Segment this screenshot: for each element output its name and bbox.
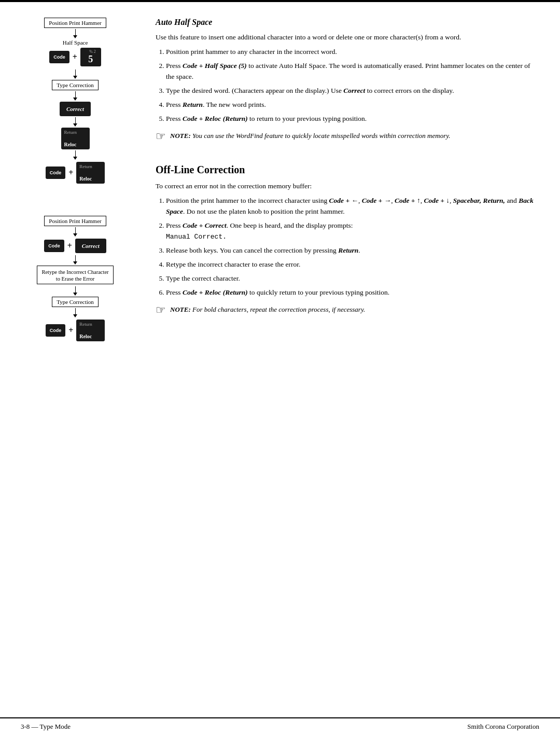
note-icon-1: ☞ (156, 130, 166, 143)
code-plus-correct-row: Code + Correct (44, 239, 106, 253)
return-reloc-key-2: Return Reloc (76, 162, 105, 184)
code-key-1: Code (49, 51, 69, 63)
plus-2: + (68, 168, 73, 177)
return-label-1: Return (64, 130, 77, 135)
reloc-label-2: Reloc (79, 176, 92, 182)
step-ahs-1: Position print hammer to any character i… (166, 47, 539, 58)
correct-key-1: Correct (60, 102, 91, 116)
footer-page-label: 3-8 — Type Mode (21, 723, 71, 731)
code-plus-5-row: Code + % 2 5 (49, 48, 101, 66)
step-olc-4: Retype the incorrect character to erase … (166, 259, 539, 270)
code-plus-reloc-row-1: Code + Return Reloc (46, 162, 105, 184)
return-reloc-key-1: Return Reloc (61, 128, 90, 149)
plus-b2: + (68, 326, 73, 335)
step-olc-3: Release both keys. You can cancel the co… (166, 245, 539, 256)
position-print-hammer-box-1: Position Print Hammer (44, 18, 106, 28)
arrow-b1 (73, 227, 77, 237)
correct-key-b1: Correct (75, 239, 106, 253)
return-label-b2: Return (79, 322, 92, 327)
auto-half-space-title: Auto Half Space (156, 18, 539, 27)
arrow-4 (73, 117, 77, 127)
arrow-3 (73, 91, 77, 101)
auto-half-space-diagram: Position Print Hammer Half Space Code (21, 18, 130, 185)
note-text-2: NOTE: For bold characters, repeat the co… (170, 304, 365, 315)
type-correction-box-1: Type Correction (52, 80, 99, 90)
arrow-5 (73, 150, 77, 160)
left-column: Position Print Hammer Half Space Code (21, 18, 140, 707)
plus-b1: + (67, 241, 72, 251)
off-line-correction-diagram: Position Print Hammer Code + Correct (21, 216, 130, 342)
retype-label-1: Retype the Incorrect Character (41, 269, 108, 275)
step-olc-1: Position the print hammer to the incorre… (166, 196, 539, 217)
off-line-correction-title: Off-Line Correction (156, 164, 539, 176)
arrow-b3 (73, 286, 77, 296)
off-line-correction-note: ☞ NOTE: For bold characters, repeat the … (156, 304, 539, 317)
type-correction-box-2: Type Correction (52, 297, 99, 307)
arrow-b4 (73, 308, 77, 317)
off-line-correction-intro: To correct an error not in the correctio… (156, 181, 539, 191)
step-ahs-5: Press Code + Reloc (Return) to return to… (166, 114, 539, 124)
code-plus-reloc-row-2: Code + Return Reloc (46, 320, 105, 341)
arrow-1 (73, 29, 77, 38)
key-percent-label: % 2 (89, 49, 96, 54)
note-icon-2: ☞ (156, 303, 166, 317)
retype-label-2: to Erase the Error (41, 276, 108, 282)
auto-half-space-steps: Position print hammer to any character i… (156, 47, 539, 124)
step-olc-6: Press Code + Reloc (Return) to quickly r… (166, 287, 539, 298)
arrow-b2 (73, 255, 77, 265)
retype-box: Retype the Incorrect Character to Erase … (37, 266, 113, 284)
reloc-label-b2: Reloc (79, 334, 92, 339)
step-ahs-4: Press Return. The new word prints. (166, 100, 539, 110)
step-ahs-3: Type the desired word. (Characters appea… (166, 86, 539, 96)
plus-1: + (73, 52, 77, 62)
step-olc-5: Type the correct character. (166, 273, 539, 284)
content-area: Position Print Hammer Half Space Code (0, 2, 560, 717)
code-key-b1: Code (44, 240, 64, 252)
footer: 3-8 — Type Mode Smith Corona Corporation (0, 717, 560, 735)
half-space-label: Half Space (63, 39, 88, 46)
auto-half-space-intro: Use this feature to insert one additiona… (156, 32, 539, 43)
arrow-2 (73, 70, 77, 79)
right-column: Auto Half Space Use this feature to inse… (156, 18, 539, 707)
position-print-hammer-box-2: Position Print Hammer (44, 216, 106, 226)
return-label-2: Return (79, 164, 92, 169)
auto-half-space-note: ☞ NOTE: You can use the WordFind feature… (156, 131, 539, 143)
return-reloc-key-b2: Return Reloc (76, 320, 105, 341)
reloc-label-1: Reloc (64, 142, 77, 147)
note-text-1: NOTE: You can use the WordFind feature t… (170, 131, 451, 141)
half-space-key: % 2 5 (80, 48, 101, 66)
code-key-2: Code (46, 167, 66, 179)
page: Position Print Hammer Half Space Code (0, 0, 560, 735)
code-key-b2: Code (46, 324, 66, 337)
step-ahs-2: Press Code + Half Space (5) to activate … (166, 61, 539, 82)
key-5-label: 5 (88, 54, 93, 65)
step-olc-2: Press Code + Correct. One beep is heard,… (166, 220, 539, 242)
off-line-correction-steps: Position the print hammer to the incorre… (156, 196, 539, 298)
footer-company: Smith Corona Corporation (467, 723, 539, 731)
diagram-gap (21, 185, 140, 216)
